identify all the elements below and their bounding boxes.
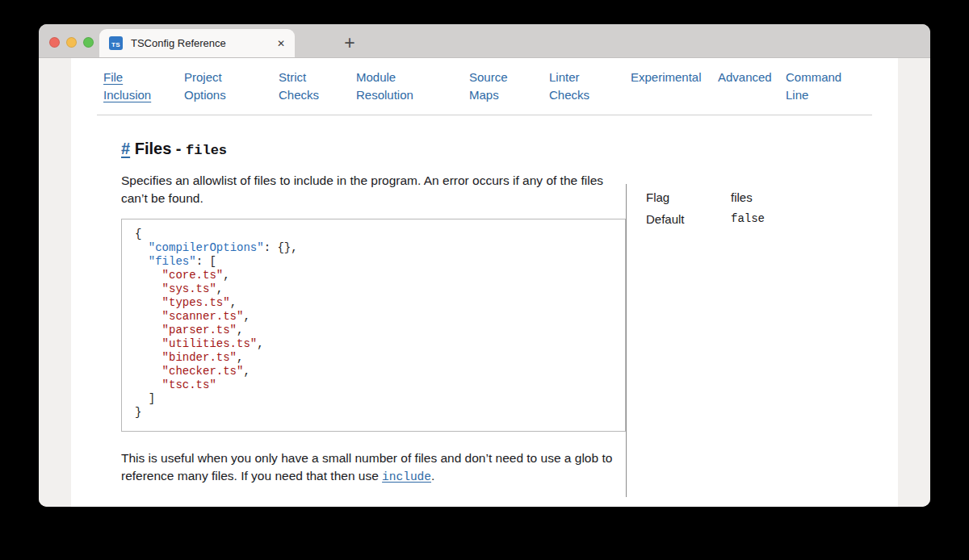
code-token-punct: ] xyxy=(135,392,155,405)
nav-link-module-resolution[interactable]: Module Resolution xyxy=(356,69,413,104)
code-token-string: "checker.ts" xyxy=(162,365,244,378)
nav-link-command-line[interactable]: Command Line xyxy=(786,69,841,104)
code-token-punct xyxy=(135,296,162,309)
code-token-punct xyxy=(135,324,162,336)
minimize-window-button[interactable] xyxy=(66,37,77,48)
meta-row-default: Defaultfalse xyxy=(646,211,872,228)
json-code-block: { "compilerOptions": {}, "files": [ "cor… xyxy=(121,219,626,432)
nav-link-advanced[interactable]: Advanced xyxy=(718,69,772,86)
code-token-key: "files" xyxy=(149,255,196,268)
meta-value: false xyxy=(731,211,765,228)
nav-link-source-maps[interactable]: Source Maps xyxy=(469,69,508,104)
page-viewport: File InclusionProject OptionsStrict Chec… xyxy=(39,58,930,507)
nav-item: File Inclusion xyxy=(103,69,184,104)
top-nav: File InclusionProject OptionsStrict Chec… xyxy=(97,58,872,115)
code-token-punct: { xyxy=(135,228,141,240)
description-paragraph: Specifies an allowlist of files to inclu… xyxy=(121,172,626,207)
nav-item: Module Resolution xyxy=(356,69,469,104)
usage-paragraph: This is useful when you only have a smal… xyxy=(121,449,626,486)
code-token-string: "binder.ts" xyxy=(162,351,237,364)
code-token-punct: } xyxy=(135,406,141,419)
code-token-punct: : [ xyxy=(196,255,216,268)
zoom-window-button[interactable] xyxy=(83,37,94,48)
nav-item: Linter Checks xyxy=(549,69,631,104)
meta-label: Default xyxy=(646,211,731,228)
code-token-punct: , xyxy=(223,269,229,282)
browser-tab[interactable]: TS TSConfig Reference ✕ xyxy=(99,29,295,57)
code-token-string: "sys.ts" xyxy=(162,282,216,295)
code-token-punct: , xyxy=(257,337,263,350)
main-section: # Files - files Specifies an allowlist o… xyxy=(71,115,898,507)
nav-item: Command Line xyxy=(786,69,858,104)
meta-label: Flag xyxy=(646,189,731,206)
meta-row-flag: Flagfiles xyxy=(646,189,872,206)
new-tab-button[interactable]: + xyxy=(339,32,360,53)
code-token-string: "core.ts" xyxy=(162,269,224,282)
tab-bar: TS TSConfig Reference ✕ + xyxy=(39,24,930,58)
nav-link-file-inclusion[interactable]: File Inclusion xyxy=(103,69,151,104)
code-token-punct xyxy=(135,310,162,323)
nav-item: Experimental xyxy=(631,69,718,104)
code-token-punct xyxy=(135,282,162,295)
nav-link-strict-checks[interactable]: Strict Checks xyxy=(279,69,319,104)
nav-item: Source Maps xyxy=(469,69,549,104)
code-token-punct: : {}, xyxy=(264,241,298,254)
nav-link-project-options[interactable]: Project Options xyxy=(184,69,226,104)
close-window-button[interactable] xyxy=(49,37,60,48)
code-token-punct: , xyxy=(243,310,250,323)
page-title: # Files - files xyxy=(121,140,626,158)
code-token-string: "scanner.ts" xyxy=(162,310,244,323)
code-token-punct xyxy=(135,269,162,282)
heading-anchor-link[interactable]: # xyxy=(121,140,130,157)
browser-window: TS TSConfig Reference ✕ + File Inclusion… xyxy=(39,24,930,507)
code-token-punct: , xyxy=(237,324,243,336)
code-token-string: "tsc.ts" xyxy=(162,378,216,391)
code-token-punct xyxy=(135,365,162,378)
heading-code-text: files xyxy=(186,143,227,158)
code-token-punct xyxy=(135,337,162,350)
code-token-string: "utilities.ts" xyxy=(162,337,258,350)
include-link[interactable]: include xyxy=(382,470,431,483)
heading-text: Files - xyxy=(130,140,186,157)
tab-title: TSConfig Reference xyxy=(131,37,226,49)
usage-text-before: This is useful when you only have a smal… xyxy=(121,451,612,483)
code-token-string: "parser.ts" xyxy=(162,324,237,336)
nav-link-linter-checks[interactable]: Linter Checks xyxy=(549,69,589,104)
code-token-punct xyxy=(135,351,162,364)
close-tab-icon[interactable]: ✕ xyxy=(277,38,285,49)
code-token-punct: , xyxy=(216,282,223,295)
nav-item: Strict Checks xyxy=(279,69,356,104)
code-token-punct xyxy=(135,241,149,254)
traffic-lights xyxy=(49,37,94,48)
code-token-punct xyxy=(135,378,162,391)
usage-text-after: . xyxy=(431,469,434,483)
code-token-punct: , xyxy=(243,365,250,378)
code-token-punct: , xyxy=(237,351,243,364)
nav-item: Project Options xyxy=(184,69,279,104)
code-token-punct: , xyxy=(230,296,237,309)
code-token-punct xyxy=(135,255,149,268)
typescript-favicon-icon: TS xyxy=(109,36,123,50)
option-meta-sidebar: FlagfilesDefaultfalse xyxy=(626,184,872,497)
meta-value: files xyxy=(731,189,753,206)
nav-item: Advanced xyxy=(718,69,786,104)
page-content: File InclusionProject OptionsStrict Chec… xyxy=(71,58,898,507)
top-nav-list: File InclusionProject OptionsStrict Chec… xyxy=(103,69,872,104)
option-article: # Files - files Specifies an allowlist o… xyxy=(121,140,626,497)
code-token-key: "compilerOptions" xyxy=(149,241,264,254)
nav-link-experimental[interactable]: Experimental xyxy=(631,69,702,86)
code-token-string: "types.ts" xyxy=(162,296,230,309)
